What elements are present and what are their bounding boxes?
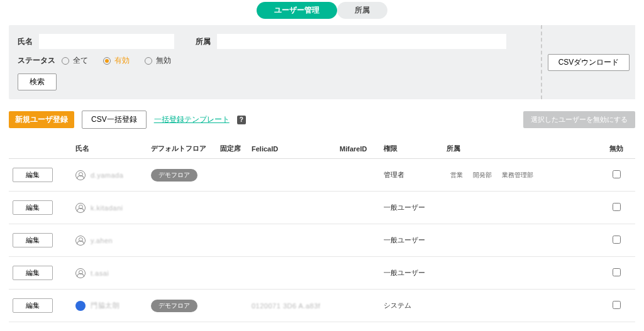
top-tabs: ユーザー管理 所属 bbox=[0, 0, 644, 25]
seat-cell bbox=[216, 224, 248, 257]
user-name: d.yamada bbox=[91, 171, 123, 179]
mifare-cell bbox=[336, 192, 380, 224]
user-name: y.ahen bbox=[91, 237, 113, 244]
edit-button[interactable]: 編集 bbox=[13, 298, 53, 313]
user-name: 門脇太朗 bbox=[91, 301, 119, 310]
avatar-icon bbox=[75, 301, 86, 311]
name-label: 氏名 bbox=[18, 36, 33, 47]
action-bar: 新規ユーザ登録 CSV一括登録 一括登録テンプレート ? 選択したユーザーを無効… bbox=[9, 111, 635, 129]
table-row: 編集k.kitadani一般ユーザー bbox=[9, 192, 635, 224]
table-row: 編集y.ahen一般ユーザー bbox=[9, 224, 635, 257]
user-name: t.asai bbox=[91, 269, 109, 277]
role-cell: 管理者 bbox=[380, 159, 443, 192]
new-user-button[interactable]: 新規ユーザ登録 bbox=[9, 111, 74, 128]
dept-cell bbox=[443, 290, 597, 322]
csv-bulk-button[interactable]: CSV一括登録 bbox=[82, 111, 147, 129]
csv-download-button[interactable]: CSVダウンロード bbox=[548, 54, 630, 71]
mifare-cell bbox=[336, 224, 380, 257]
avatar-icon bbox=[75, 268, 86, 278]
avatar-icon bbox=[75, 203, 86, 213]
disable-checkbox[interactable] bbox=[613, 268, 621, 276]
th-mifare: MifareID bbox=[336, 139, 380, 159]
seat-cell bbox=[216, 257, 248, 290]
seat-cell bbox=[216, 192, 248, 224]
role-cell: システム bbox=[380, 322, 443, 332]
search-button[interactable]: 検索 bbox=[18, 73, 57, 90]
edit-button[interactable]: 編集 bbox=[13, 200, 53, 215]
radio-icon bbox=[62, 57, 69, 65]
name-input[interactable] bbox=[39, 34, 174, 49]
felica-cell bbox=[248, 192, 336, 224]
disable-checkbox[interactable] bbox=[613, 203, 621, 211]
th-name: 氏名 bbox=[72, 139, 147, 159]
help-icon[interactable]: ? bbox=[237, 116, 246, 124]
radio-icon bbox=[103, 57, 111, 65]
th-disable: 無効 bbox=[597, 139, 635, 159]
mifare-cell bbox=[336, 257, 380, 290]
edit-button[interactable]: 編集 bbox=[13, 168, 53, 182]
radio-icon bbox=[145, 57, 152, 65]
role-cell: 一般ユーザー bbox=[380, 224, 443, 257]
dept-input[interactable] bbox=[217, 34, 506, 49]
role-cell: 一般ユーザー bbox=[380, 257, 443, 290]
users-table: 氏名 デフォルトフロア 固定席 FelicaID MifareID 権限 所属 … bbox=[9, 139, 635, 331]
bulk-template-link[interactable]: 一括登録テンプレート bbox=[154, 114, 230, 125]
th-felica: FelicaID bbox=[248, 139, 336, 159]
table-row: 編集d.yamadaデモフロア管理者営業開発部業務管理部 bbox=[9, 159, 635, 192]
felica-cell bbox=[248, 257, 336, 290]
th-role: 権限 bbox=[380, 139, 443, 159]
felica-cell: 0120071 3D6 A.a83f bbox=[248, 290, 336, 322]
felica-cell bbox=[248, 224, 336, 257]
th-floor: デフォルトフロア bbox=[147, 139, 216, 159]
status-label: ステータス bbox=[18, 55, 55, 66]
floor-chip: デモフロア bbox=[151, 169, 197, 182]
disable-selected-button[interactable]: 選択したユーザーを無効にする bbox=[523, 111, 635, 128]
status-radio-all[interactable]: 全て bbox=[62, 55, 88, 66]
disable-checkbox[interactable] bbox=[613, 170, 621, 178]
user-name: k.kitadani bbox=[91, 204, 123, 212]
felica-cell bbox=[248, 322, 336, 332]
role-cell: システム bbox=[380, 290, 443, 322]
seat-cell bbox=[216, 290, 248, 322]
tab-users[interactable]: ユーザー管理 bbox=[257, 2, 337, 19]
dept-cell: 営業開発部業務管理部 bbox=[443, 159, 597, 192]
dept-label: 所属 bbox=[196, 36, 211, 47]
avatar-icon bbox=[75, 236, 86, 246]
tab-departments[interactable]: 所属 bbox=[337, 2, 387, 19]
status-radio-active[interactable]: 有効 bbox=[103, 55, 130, 66]
mifare-cell bbox=[336, 322, 380, 332]
filter-panel: 氏名 所属 ステータス 全て 有効 無効 検索 bbox=[9, 25, 635, 99]
disable-checkbox[interactable] bbox=[613, 236, 621, 244]
status-radio-inactive[interactable]: 無効 bbox=[145, 55, 171, 66]
mifare-cell bbox=[336, 159, 380, 192]
dept-cell bbox=[443, 192, 597, 224]
th-seat: 固定席 bbox=[216, 139, 248, 159]
seat-cell bbox=[216, 159, 248, 192]
seat-cell bbox=[216, 322, 248, 332]
table-row: 編集t.asai一般ユーザー bbox=[9, 257, 635, 290]
avatar-icon bbox=[75, 170, 86, 180]
table-row: 編集s.nishikawaシステム bbox=[9, 322, 635, 332]
th-dept: 所属 bbox=[443, 139, 597, 159]
felica-cell bbox=[248, 159, 336, 192]
edit-button[interactable]: 編集 bbox=[13, 266, 53, 280]
dept-cell bbox=[443, 257, 597, 290]
disable-checkbox[interactable] bbox=[613, 301, 621, 309]
dept-cell bbox=[443, 322, 597, 332]
table-row: 編集門脇太朗デモフロア0120071 3D6 A.a83fシステム bbox=[9, 290, 635, 322]
edit-button[interactable]: 編集 bbox=[13, 233, 53, 247]
floor-chip: デモフロア bbox=[151, 300, 197, 312]
dept-cell bbox=[443, 224, 597, 257]
mifare-cell bbox=[336, 290, 380, 322]
role-cell: 一般ユーザー bbox=[380, 192, 443, 224]
